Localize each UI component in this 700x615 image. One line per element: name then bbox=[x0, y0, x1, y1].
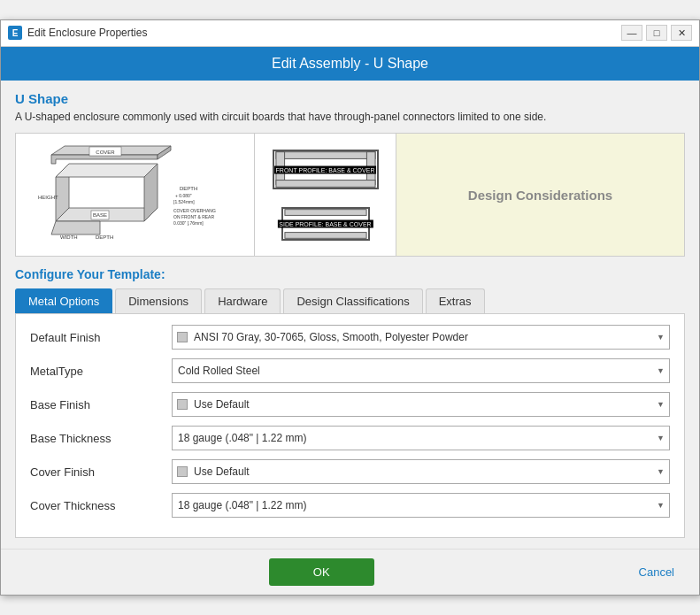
form-row-cover-finish: Cover Finish Use Default bbox=[30, 459, 670, 484]
side-profile-box: SIDE PROFILE: BASE & COVER bbox=[281, 207, 370, 241]
header-title: Edit Assembly - U Shape bbox=[272, 56, 428, 71]
side-profile-label: SIDE PROFILE: BASE & COVER bbox=[277, 219, 373, 227]
tab-hardware[interactable]: Hardware bbox=[204, 288, 281, 313]
window-controls: — □ ✕ bbox=[621, 25, 692, 41]
svg-text:COVER: COVER bbox=[96, 150, 115, 155]
svg-text:DEPTH: DEPTH bbox=[180, 186, 197, 191]
title-bar: E Edit Enclosure Properties — □ ✕ bbox=[1, 20, 699, 47]
select-wrapper-cover-finish: Use Default bbox=[172, 459, 670, 484]
svg-rect-26 bbox=[284, 232, 365, 238]
select-wrapper-metal-type: Cold Rolled Steel bbox=[172, 358, 670, 383]
u-shape-svg: COVER HEIGHT WIDTH DEPTH BASE DEPTH + 0.… bbox=[29, 142, 242, 248]
svg-text:DEPTH: DEPTH bbox=[96, 234, 113, 240]
cancel-button[interactable]: Cancel bbox=[628, 558, 685, 586]
svg-text:+ 0.080": + 0.080" bbox=[175, 193, 192, 198]
svg-text:ON FRONT & REAR: ON FRONT & REAR bbox=[173, 214, 214, 219]
svg-marker-6 bbox=[51, 155, 158, 164]
label-base-finish: Base Finish bbox=[30, 398, 172, 411]
app-icon: E bbox=[8, 26, 22, 40]
select-default-finish[interactable]: ANSI 70 Gray, 30-7065, Gloss, Smooth, Po… bbox=[172, 325, 670, 350]
svg-marker-4 bbox=[56, 164, 158, 177]
window-title: Edit Enclosure Properties bbox=[27, 27, 621, 39]
svg-text:WIDTH: WIDTH bbox=[60, 234, 78, 240]
ok-button[interactable]: OK bbox=[269, 558, 374, 586]
select-wrapper-default-finish: ANSI 70 Gray, 30-7065, Gloss, Smooth, Po… bbox=[172, 325, 670, 350]
header-bar: Edit Assembly - U Shape bbox=[1, 47, 699, 81]
form-row-base-finish: Base Finish Use Default bbox=[30, 392, 670, 417]
design-considerations-label: Design Considerations bbox=[468, 188, 612, 203]
tab-dimensions[interactable]: Dimensions bbox=[115, 288, 202, 313]
footer: OK Cancel bbox=[1, 549, 699, 595]
tab-metal-options[interactable]: Metal Options bbox=[15, 288, 112, 313]
shape-description: A U-shaped enclosure commonly used with … bbox=[15, 110, 685, 125]
select-cover-thickness[interactable]: 18 gauge (.048" | 1.22 mm) bbox=[172, 493, 670, 518]
svg-text:BASE: BASE bbox=[92, 212, 106, 218]
shape-name: U Shape bbox=[15, 91, 685, 106]
minimize-button[interactable]: — bbox=[621, 25, 642, 41]
tab-design-classifications[interactable]: Design Classifications bbox=[283, 288, 422, 313]
diagram-section: COVER HEIGHT WIDTH DEPTH BASE DEPTH + 0.… bbox=[15, 133, 685, 257]
select-cover-finish[interactable]: Use Default bbox=[172, 459, 670, 484]
svg-text:HEIGHT: HEIGHT bbox=[38, 195, 58, 200]
label-metal-type: MetalType bbox=[30, 365, 172, 378]
select-base-thickness[interactable]: 18 gauge (.048" | 1.22 mm) bbox=[172, 426, 670, 450]
maximize-button[interactable]: □ bbox=[646, 25, 667, 41]
select-metal-type[interactable]: Cold Rolled Steel bbox=[172, 358, 670, 383]
select-wrapper-base-finish: Use Default bbox=[172, 392, 670, 417]
close-button[interactable]: ✕ bbox=[671, 25, 692, 41]
form-panel: Default Finish ANSI 70 Gray, 30-7065, Gl… bbox=[15, 314, 685, 538]
svg-rect-21 bbox=[275, 152, 374, 159]
tab-extras[interactable]: Extras bbox=[426, 288, 485, 313]
label-cover-finish: Cover Finish bbox=[30, 465, 172, 479]
label-default-finish: Default Finish bbox=[30, 331, 172, 344]
main-window: E Edit Enclosure Properties — □ ✕ Edit A… bbox=[0, 19, 700, 596]
front-profile-box: FRONT PROFILE: BASE & COVER bbox=[273, 150, 379, 189]
select-base-finish[interactable]: Use Default bbox=[172, 392, 670, 417]
diagram-center: FRONT PROFILE: BASE & COVER SIDE PROFILE… bbox=[255, 134, 396, 256]
svg-text:COVER OVERHANG: COVER OVERHANG bbox=[173, 208, 216, 213]
diagram-left: COVER HEIGHT WIDTH DEPTH BASE DEPTH + 0.… bbox=[16, 134, 255, 256]
label-base-thickness: Base Thickness bbox=[30, 432, 172, 445]
select-wrapper-cover-thickness: 18 gauge (.048" | 1.22 mm) bbox=[172, 493, 670, 518]
svg-rect-25 bbox=[284, 209, 365, 215]
label-cover-thickness: Cover Thickness bbox=[30, 499, 172, 512]
form-row-cover-thickness: Cover Thickness18 gauge (.048" | 1.22 mm… bbox=[30, 493, 670, 518]
diagram-right: Design Considerations bbox=[396, 134, 684, 256]
svg-rect-24 bbox=[275, 181, 374, 188]
form-row-default-finish: Default Finish ANSI 70 Gray, 30-7065, Gl… bbox=[30, 325, 670, 350]
tabs-container: Metal OptionsDimensionsHardwareDesign Cl… bbox=[15, 288, 685, 314]
front-profile-label: FRONT PROFILE: BASE & COVER bbox=[274, 165, 377, 173]
select-wrapper-base-thickness: 18 gauge (.048" | 1.22 mm) bbox=[172, 426, 670, 450]
content-area: U Shape A U-shaped enclosure commonly us… bbox=[1, 81, 699, 550]
configure-label: Configure Your Template: bbox=[15, 267, 685, 281]
svg-text:[1.524mm]: [1.524mm] bbox=[173, 199, 195, 204]
svg-marker-2 bbox=[51, 221, 100, 234]
form-row-metal-type: MetalTypeCold Rolled Steel bbox=[30, 358, 670, 383]
form-row-base-thickness: Base Thickness18 gauge (.048" | 1.22 mm) bbox=[30, 426, 670, 450]
svg-text:0.030" [.76mm]: 0.030" [.76mm] bbox=[173, 220, 204, 226]
